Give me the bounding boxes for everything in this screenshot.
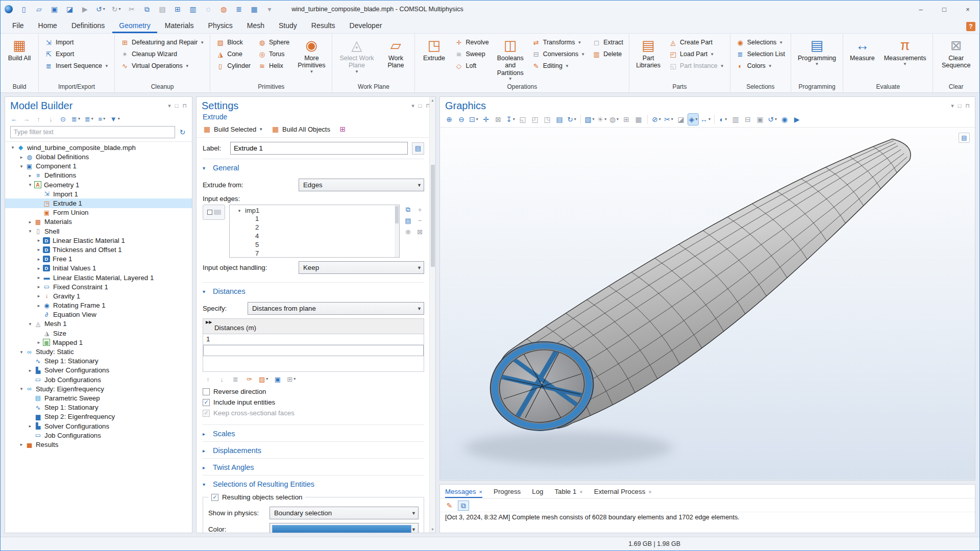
ribbon-button-selections[interactable]: ◉Selections▼ — [733, 37, 788, 48]
clear-selection-icon[interactable]: ⊠ — [415, 227, 424, 236]
menu-tab-study[interactable]: Study — [272, 19, 304, 33]
tab-external-process[interactable]: External Process× — [594, 486, 652, 498]
select-box-icon[interactable]: ◌ — [204, 5, 213, 14]
ribbon-button-delete[interactable]: ▥Delete — [590, 48, 626, 60]
tree-item-mapped-1[interactable]: ▸▦Mapped 1 — [5, 338, 192, 347]
tree-item-free-1[interactable]: ▸DFree 1 — [5, 255, 192, 264]
zoom-out-icon[interactable]: ⊖ — [456, 114, 467, 125]
tree-item-import-1[interactable]: ⇲Import 1 — [5, 189, 192, 198]
minimize-button[interactable]: – — [909, 1, 933, 18]
ribbon-button-revolve[interactable]: ✛Revolve — [452, 37, 491, 48]
tree-item-initial-values-1[interactable]: ▸DInitial Values 1 — [5, 264, 192, 273]
expand-icon[interactable]: ≣▾ — [71, 114, 80, 123]
hide-icon[interactable]: ⊘▾ — [651, 114, 662, 125]
build-selected-button[interactable]: ▦ Build Selected ▼ — [203, 124, 263, 134]
copy-selection-icon[interactable]: ⧉ — [404, 205, 412, 214]
edge-item[interactable]: 5 — [230, 241, 399, 249]
view-settings-icon[interactable]: ⊟ — [743, 114, 753, 125]
panel-menu-icon[interactable]: ▾ — [951, 103, 954, 109]
ribbon-button-booleans-and-partitions[interactable]: ◫Booleans and Partitions▼ — [494, 36, 527, 82]
scene-settings-icon[interactable]: ▣ — [755, 114, 765, 125]
maximize-button[interactable]: □ — [933, 1, 956, 18]
section-distances-header[interactable]: ▾ Distances — [203, 286, 424, 298]
edge-list-scrollbar[interactable] — [395, 205, 399, 257]
ribbon-button-cleanup-wizard[interactable]: ✶Cleanup Wizard — [118, 48, 207, 60]
build-preceding-button[interactable]: ⊞ — [338, 124, 347, 134]
ribbon-button-cylinder[interactable]: ▯Cylinder — [213, 60, 253, 71]
back-icon[interactable]: ← — [10, 114, 18, 123]
menu-tab-materials[interactable]: Materials — [158, 19, 201, 33]
zoom-to-selection-icon[interactable]: ⊕ — [404, 227, 412, 236]
toolbar-overflow-icon[interactable]: ▾ — [265, 5, 274, 14]
ribbon-button-sphere[interactable]: ◍Sphere — [255, 37, 292, 48]
distances-row[interactable]: 1 — [203, 334, 424, 345]
load-from-file-icon[interactable]: ▨▾ — [259, 374, 268, 384]
tree-item-step-1-stationary[interactable]: ∿Step 1: Stationary — [5, 357, 192, 366]
tab-messages[interactable]: Messages× — [445, 486, 482, 498]
ribbon-button-work-plane[interactable]: ▱Work Plane — [380, 36, 411, 82]
close-tab-icon[interactable]: × — [579, 489, 582, 495]
chevron-right-icon[interactable]: ▸ — [35, 275, 42, 280]
chevron-right-icon[interactable]: ▸ — [35, 266, 42, 271]
camera-icon[interactable]: ◉ — [779, 114, 790, 125]
tree-item-solver-configurations[interactable]: ▸▙Solver Configurations — [5, 366, 192, 375]
move-down-icon[interactable]: ↓ — [47, 114, 55, 123]
tree-item-job-configurations[interactable]: ▭Job Configurations — [5, 431, 192, 440]
view-xy-icon[interactable]: ◱ — [518, 114, 528, 125]
tree-item-extrude-1[interactable]: ◳Extrude 1 — [5, 198, 192, 208]
ribbon-button-measurements[interactable]: πMeasurements▼ — [880, 36, 930, 82]
section-scales-header[interactable]: ▸Scales — [203, 429, 424, 438]
zoom-extents-icon[interactable]: ✛ — [481, 114, 491, 125]
panel-pin-icon[interactable]: ⊓ — [965, 103, 970, 109]
chevron-right-icon[interactable]: ▸ — [27, 173, 34, 178]
tree-item-linear-elastic-material-1[interactable]: ▸DLinear Elastic Material 1 — [5, 236, 192, 245]
filter-icon[interactable]: ▼▾ — [110, 114, 120, 123]
section-twist-angles-header[interactable]: ▸Twist Angles — [203, 462, 424, 471]
ribbon-button-clear-sequence[interactable]: ⊠Clear Sequence — [936, 36, 976, 82]
chevron-down-icon[interactable]: ▾ — [27, 229, 34, 234]
open-file-icon[interactable]: ▱ — [35, 5, 43, 14]
ribbon-button-defeaturing-and-repair[interactable]: ⊞Defeaturing and Repair▼ — [118, 37, 207, 48]
tree-item-study-static[interactable]: ▾∞Study: Static — [5, 347, 192, 356]
chevron-right-icon[interactable]: ▸ — [35, 284, 42, 289]
color-select[interactable]: ▼ — [270, 523, 419, 533]
clear-table-icon[interactable]: ✑ — [245, 374, 254, 384]
move-up-icon[interactable]: ↑ — [35, 114, 42, 123]
view-zx-icon[interactable]: ◳ — [542, 114, 552, 125]
chevron-down-icon[interactable]: ▾ — [27, 182, 34, 187]
image-icon[interactable]: ▧▾ — [584, 114, 595, 125]
add-to-selection-icon[interactable]: ＋ — [415, 205, 424, 214]
save-as-icon[interactable]: ◪ — [65, 5, 74, 14]
filter-input[interactable] — [10, 126, 175, 138]
deselect-icon[interactable]: ◍ — [219, 5, 228, 14]
graphics-canvas[interactable]: ▤ — [440, 128, 975, 480]
ribbon-button-transforms[interactable]: ⇄Transforms▼ — [529, 37, 587, 48]
zoom-to-selection-icon[interactable]: ⊠ — [493, 114, 503, 125]
ribbon-button-part-instance[interactable]: ◱Part Instance▼ — [666, 60, 727, 71]
select-mode-icon[interactable]: ◈▾ — [688, 114, 698, 125]
ribbon-button-load-part[interactable]: ◰Load Part▼ — [666, 48, 727, 60]
tree-item-study-eigenfrequency[interactable]: ▾∞Study: Eigenfrequency — [5, 384, 192, 393]
resulting-objects-selection-checkbox[interactable]: ✓ Resulting objects selection — [211, 493, 302, 501]
chevron-right-icon[interactable]: ▸ — [35, 247, 42, 252]
close-button[interactable]: × — [956, 1, 979, 18]
tree-item-fixed-constraint-1[interactable]: ▸▭Fixed Constraint 1 — [5, 282, 192, 291]
chevron-down-icon[interactable]: ▾ — [18, 349, 25, 355]
checkbox-reverse-direction[interactable]: Reverse direction — [203, 388, 424, 395]
paste-icon[interactable]: ▤ — [158, 5, 167, 14]
update-view-icon[interactable]: ↺▾ — [767, 114, 777, 125]
tree-item-parametric-sweep[interactable]: ▤Parametric Sweep — [5, 393, 192, 403]
environment-icon[interactable]: ◍▾ — [609, 114, 619, 125]
tree-item-job-configurations[interactable]: ▭Job Configurations — [5, 375, 192, 384]
tree-item-gravity-1[interactable]: ▸↓Gravity 1 — [5, 291, 192, 300]
tree-item-form-union[interactable]: ▣Form Union — [5, 208, 192, 217]
input-edges-list[interactable]: ▾ imp1 124579 — [229, 205, 400, 258]
tree-item-equation-view[interactable]: ∂Equation View — [5, 310, 192, 319]
transparency-icon[interactable]: ◪ — [676, 114, 686, 125]
chevron-down-icon[interactable]: ▾ — [18, 164, 25, 169]
chevron-right-icon[interactable]: ▸ — [27, 423, 34, 429]
run-icon[interactable]: ▶ — [81, 5, 89, 14]
ribbon-button-editing[interactable]: ✎Editing▼ — [529, 60, 587, 71]
menu-tab-geometry[interactable]: Geometry — [112, 19, 157, 33]
menu-tab-developer[interactable]: Developer — [343, 19, 389, 33]
